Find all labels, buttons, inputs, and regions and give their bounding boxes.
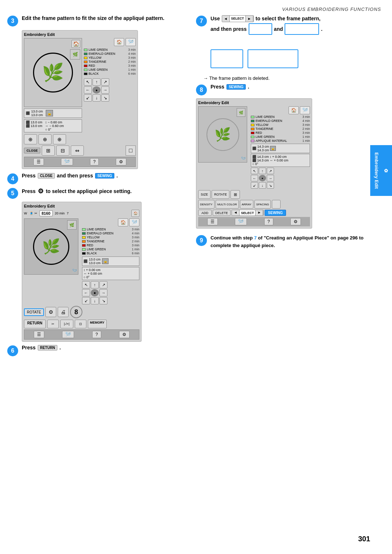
move-btn5[interactable]: ⊟ <box>56 145 69 156</box>
s8-nav-tl[interactable]: ↖ <box>251 168 258 174</box>
s8-nav-tr[interactable]: ↗ <box>267 168 274 174</box>
s8-nav-c[interactable]: ● <box>259 175 266 181</box>
select-arrows-widget[interactable]: ◄ SELECT ► <box>222 15 254 22</box>
needle-btn2[interactable]: 🪡 <box>129 218 139 226</box>
s8-nav-br[interactable]: ↘ <box>267 182 274 189</box>
s8-toolbar-settings[interactable]: ⚙ <box>290 218 301 225</box>
close-inline-btn[interactable]: CLOSE <box>38 173 54 178</box>
return-inline-btn[interactable]: RETURN <box>38 345 57 350</box>
nav-b[interactable]: ↓ <box>93 94 101 102</box>
step8-bottom-toolbar: ☰ 🪡 ? ⚙ <box>198 217 310 226</box>
step3-size1: 13.0 cm <box>31 110 43 113</box>
s8-nav-bl[interactable]: ↙ <box>251 182 258 189</box>
s5-nav-bl[interactable]: ↙ <box>82 297 90 304</box>
rotate-btn-special[interactable]: ROTATE <box>24 308 44 316</box>
needle-btn[interactable]: 🪡 <box>126 38 136 46</box>
step8-thumb[interactable]: 🌿 <box>237 108 245 117</box>
thumbnail-icon[interactable]: 🌿 <box>70 49 80 59</box>
step7-boxes-row <box>211 49 385 68</box>
move-btn1[interactable]: ⊕ <box>24 134 37 144</box>
s8-toolbar-list[interactable]: ☰ <box>207 218 218 225</box>
size-lock-btn[interactable]: 🔒 <box>102 258 109 264</box>
step8-sewing-main-btn[interactable]: SEWING <box>265 210 286 216</box>
step8-offset-x: ↕ + 0.00 cm <box>270 155 287 159</box>
step8-multicolor-btn[interactable]: MULTI COLOR <box>216 200 239 209</box>
s5-toolbar-help[interactable]: ? <box>92 331 101 338</box>
misc-btn[interactable]: □ <box>126 145 136 156</box>
step8-density-btn[interactable]: DENSITY <box>198 200 215 209</box>
step8-misc-btn[interactable]: ⊞ <box>230 190 240 199</box>
home-icon[interactable]: 🏠 <box>72 40 80 48</box>
s5-nav-c[interactable]: ● <box>91 289 99 296</box>
s5-nav-tr[interactable]: ↗ <box>99 281 107 288</box>
step8-size-btn[interactable]: SIZE <box>198 190 211 199</box>
step8-array-btn[interactable]: ARRAY <box>240 200 253 209</box>
step8-select-arrows[interactable]: ◄ SELECT ► <box>232 210 264 216</box>
size-lock-icon[interactable]: 🔒 <box>46 110 53 116</box>
nav-r[interactable]: → <box>101 86 109 94</box>
s5-nav-t[interactable]: ↑ <box>91 281 99 288</box>
s5-cut-btn[interactable]: ✂ <box>47 320 59 328</box>
nav-c[interactable]: ● <box>93 86 101 94</box>
toolbar-help[interactable]: ? <box>90 158 99 165</box>
step5-offset-y: ↔ + 0.00 cm <box>83 272 138 275</box>
home-btn2[interactable]: 🏠 <box>131 210 139 217</box>
close-button[interactable]: CLOSE <box>24 148 40 153</box>
s8-toolbar-help[interactable]: ? <box>264 218 273 225</box>
s5-frame-btn[interactable]: ⊡ <box>75 320 86 328</box>
step8-right-arr[interactable]: ► <box>256 210 263 216</box>
step8-delete-btn[interactable]: DELETE <box>213 210 230 216</box>
step8-home-btn[interactable]: 🏠 <box>289 106 299 114</box>
step8-add-btn[interactable]: ADD <box>198 210 212 216</box>
sewing-inline-btn[interactable]: SEWING <box>95 173 114 178</box>
s5-nav-r[interactable]: → <box>99 289 107 296</box>
s5-nav-tl[interactable]: ↖ <box>82 281 90 288</box>
s8-nav-l[interactable]: ← <box>251 175 258 181</box>
s8-toolbar-sewing[interactable]: 🪡 <box>235 218 247 225</box>
step7-header: 7 Use ◄ SELECT ► to select the frame pat… <box>196 15 385 35</box>
s5-adj-btn[interactable]: |-/+| <box>60 320 73 328</box>
s8-color-4: TANGERINE 2 min <box>251 127 310 131</box>
s5-toolbar-list[interactable]: ☰ <box>34 331 44 338</box>
step8-needle-btn[interactable]: 🪡 <box>300 106 310 114</box>
toolbar-list[interactable]: ☰ <box>33 158 44 165</box>
home-btn[interactable]: 🏠 <box>114 38 124 46</box>
move-btn2[interactable]: ⊕ <box>38 134 52 144</box>
move-btn4[interactable]: ⊞ <box>42 145 55 156</box>
toolbar-sewing[interactable]: 🪡 <box>61 158 73 165</box>
s5-icon-btn1[interactable]: ⚙ <box>45 307 56 317</box>
step8-spacing-btn[interactable]: SPACING <box>254 200 271 209</box>
toolbar-settings[interactable]: ⚙ <box>116 158 126 165</box>
s5-icon-btn2[interactable]: 🖨 <box>58 307 69 317</box>
move-btn6[interactable]: ⇔ <box>71 145 84 156</box>
nav-bl[interactable]: ↙ <box>84 94 92 102</box>
step5-thumb[interactable]: 🌿 <box>67 220 77 230</box>
s5-nav-br[interactable]: ↘ <box>99 297 107 304</box>
nav-l[interactable]: ← <box>84 86 92 94</box>
s5-nav-l[interactable]: ← <box>82 289 90 296</box>
step8-rotate-btn[interactable]: ROTATE <box>212 190 229 199</box>
s8-nav-t[interactable]: ↑ <box>259 168 266 174</box>
step8-extra-btn[interactable] <box>272 200 281 209</box>
return-btn[interactable]: RETURN <box>24 320 46 328</box>
move-btn3[interactable]: ⊕ <box>53 134 66 144</box>
nav-tr[interactable]: ↗ <box>101 78 109 86</box>
s8-nav-r[interactable]: → <box>267 175 274 181</box>
home-btn3[interactable]: 🏠 <box>118 218 128 226</box>
s5-toolbar-sewing[interactable]: 🪡 <box>62 331 74 338</box>
left-arrow-btn[interactable]: ◄ <box>222 16 230 22</box>
nav-tl[interactable]: ↖ <box>84 78 92 86</box>
nav-t[interactable]: ↑ <box>93 78 101 86</box>
s5-toolbar-settings[interactable]: ⚙ <box>119 331 130 338</box>
step8-lock[interactable]: 🔒 <box>270 146 276 151</box>
step8-sewing-btn[interactable]: SEWING <box>226 84 246 90</box>
step4-and-then: and then press <box>57 173 93 178</box>
step7-box2[interactable] <box>285 23 319 35</box>
right-arrow-btn[interactable]: ► <box>246 16 253 22</box>
nav-br[interactable]: ↘ <box>101 94 109 102</box>
step7-box1[interactable] <box>249 23 272 35</box>
s8-nav-b[interactable]: ↓ <box>259 182 266 189</box>
step8-left-arr[interactable]: ◄ <box>232 210 240 216</box>
s5-nav-b[interactable]: ↓ <box>91 297 99 304</box>
memory-btn[interactable]: MEMORY <box>88 320 107 328</box>
